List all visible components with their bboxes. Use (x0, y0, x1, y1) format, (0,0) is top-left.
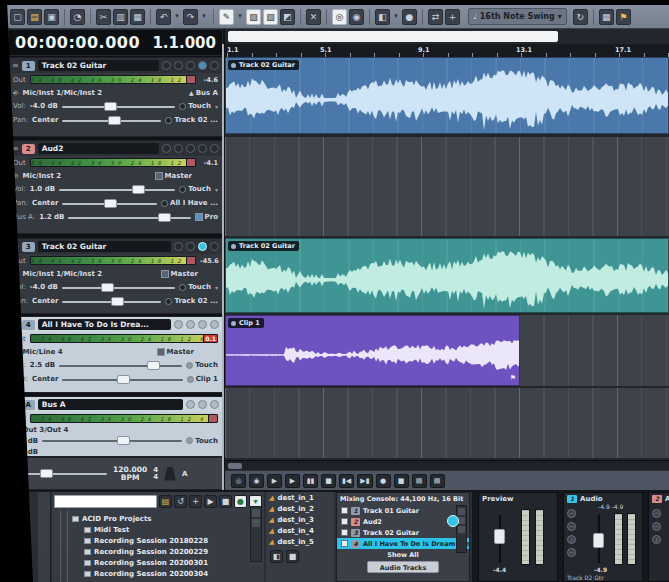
fader[interactable] (593, 533, 604, 548)
swing-refresh-button[interactable]: ↻ (573, 9, 588, 25)
select-tool-button[interactable]: ▧ (263, 9, 278, 25)
cut-button[interactable]: ✂ (96, 9, 111, 25)
refresh-button[interactable]: ↺ (174, 495, 187, 508)
console-track-row[interactable]: 4All I Have To Do Is Dream (Complete... (337, 538, 469, 549)
tree-item[interactable]: Recording Session 20200304 (58, 568, 264, 579)
chevron-down-icon[interactable]: ▾ (215, 103, 218, 110)
pan-value[interactable]: Center (32, 199, 58, 207)
dock-tab-strip[interactable] (38, 492, 51, 582)
loop-toggle-button[interactable]: ⇄ (428, 9, 443, 25)
loop-playback-button[interactable]: ◎ (231, 474, 246, 488)
pause-button[interactable]: ▮▮ (303, 474, 318, 488)
phase-button[interactable] (210, 61, 219, 70)
save-button[interactable]: ▣ (44, 9, 59, 25)
pan-knob[interactable]: ◠ (652, 522, 661, 531)
pan-value[interactable]: Center (32, 375, 58, 383)
delete-button[interactable]: ✕ (306, 9, 321, 25)
pan-slider[interactable] (62, 297, 161, 306)
clip-header[interactable]: Clip 1 (228, 318, 264, 328)
output-route[interactable]: Master (171, 270, 198, 278)
scrollbar-thumb[interactable] (228, 463, 242, 469)
volume-knob[interactable] (117, 436, 130, 445)
magnify-button[interactable]: ◉ (349, 9, 364, 25)
automation-icon[interactable] (187, 376, 194, 383)
stop-button[interactable]: ■ (321, 474, 336, 488)
bus-name[interactable]: Bus A (38, 399, 183, 410)
tree-item[interactable]: Recording Session 20200301 (58, 557, 264, 568)
output-route[interactable]: Master (165, 172, 192, 180)
automation-icon[interactable] (186, 362, 193, 369)
arm-button[interactable] (186, 61, 195, 70)
input-device-item[interactable]: ▲dest_in_3 (266, 514, 334, 525)
audio-clip-teal[interactable]: Track 02 Guitar (225, 238, 669, 313)
solo-button[interactable] (186, 242, 195, 251)
pan-knob[interactable]: ◠ (567, 522, 576, 531)
console-accent-button[interactable] (447, 515, 459, 527)
output-route[interactable]: Master (167, 348, 194, 356)
paste-button[interactable]: ▦ (130, 9, 145, 25)
input-device-item[interactable]: ▲dest_in_4 (266, 525, 334, 536)
beats-value[interactable]: 1.1.000 (152, 34, 222, 52)
chevron-down-icon[interactable]: ▾ (215, 284, 218, 291)
console-scrollbar[interactable] (456, 505, 467, 553)
play-button[interactable]: ▶ (285, 474, 300, 488)
mute-button[interactable] (174, 320, 183, 329)
volume-slider[interactable] (59, 361, 182, 370)
gain-knob[interactable]: ◠ (567, 509, 576, 518)
automation-mode[interactable]: Touch (195, 361, 218, 369)
pan-value[interactable]: Center (32, 297, 58, 305)
automation-icon[interactable] (165, 298, 172, 305)
timesig-lower[interactable]: 4 (153, 473, 158, 481)
add-track-button[interactable]: + (445, 9, 460, 25)
draw-tool-caret[interactable]: ▾ (236, 9, 244, 25)
mute-button[interactable] (186, 400, 195, 409)
fx-button[interactable] (210, 400, 219, 409)
metronome-button[interactable]: ● (376, 474, 391, 488)
bus-target[interactable]: Pro (205, 213, 218, 221)
solo-button[interactable] (174, 61, 183, 70)
empty-track-lane[interactable] (225, 137, 669, 236)
chevron-down-icon[interactable]: ▾ (215, 186, 218, 193)
pan-slider[interactable] (62, 199, 157, 208)
vol-value[interactable]: 2.5 dB (30, 361, 55, 369)
tree-item[interactable]: Recording Session 20180228 (58, 535, 264, 546)
checkbox[interactable] (341, 518, 348, 525)
metronome-icon[interactable] (164, 467, 176, 481)
pan-target[interactable]: Track 02 ... (174, 116, 218, 124)
undo-button[interactable]: ↶ (156, 9, 171, 25)
vol-value[interactable]: -4.0 dB (30, 283, 58, 291)
bus-value[interactable]: 1.2 dB (39, 213, 64, 221)
input-route[interactable]: Mic/Inst 2 (23, 172, 61, 180)
automation-icon[interactable] (186, 437, 193, 444)
automation-icon[interactable] (179, 103, 186, 110)
empty-track-lane[interactable] (225, 388, 669, 458)
send-knob[interactable]: ♪ (652, 535, 661, 544)
volume-slider[interactable] (62, 102, 175, 111)
solo-button[interactable] (198, 400, 207, 409)
mixdown-button[interactable]: ▤ (412, 474, 427, 488)
automation-icon[interactable] (161, 200, 168, 207)
fx-button[interactable] (198, 61, 207, 70)
volume-knob[interactable] (132, 185, 145, 194)
pan-slider[interactable] (62, 116, 161, 125)
tree-item[interactable]: Recording Session 20200229 (58, 546, 264, 557)
vol-value[interactable]: -4.0 dB (30, 102, 58, 110)
output-route[interactable]: Out 3/Out 4 (23, 426, 69, 434)
pane-divider[interactable] (222, 44, 224, 490)
pan-knob[interactable] (104, 199, 117, 208)
checkbox[interactable] (341, 529, 348, 536)
fx-button[interactable] (210, 242, 219, 251)
pan-value[interactable]: Center (32, 116, 58, 124)
arm-button[interactable] (198, 242, 207, 251)
phase-button[interactable] (210, 144, 219, 153)
monitor-button[interactable]: ◧ (375, 9, 390, 25)
bus-knob[interactable] (158, 213, 171, 222)
pan-knob[interactable] (108, 116, 121, 125)
sync-button[interactable]: ◔ (70, 9, 85, 25)
preview-play-button[interactable]: ▶ (204, 495, 217, 508)
draw-tool-button[interactable]: ✎ (219, 9, 234, 25)
arm-button[interactable] (186, 144, 195, 153)
track-grip-icon[interactable]: ≡ (12, 61, 19, 70)
speaker-button[interactable]: ◧ (270, 550, 283, 563)
timecode-value[interactable]: 00:00:00.000 (9, 33, 140, 52)
